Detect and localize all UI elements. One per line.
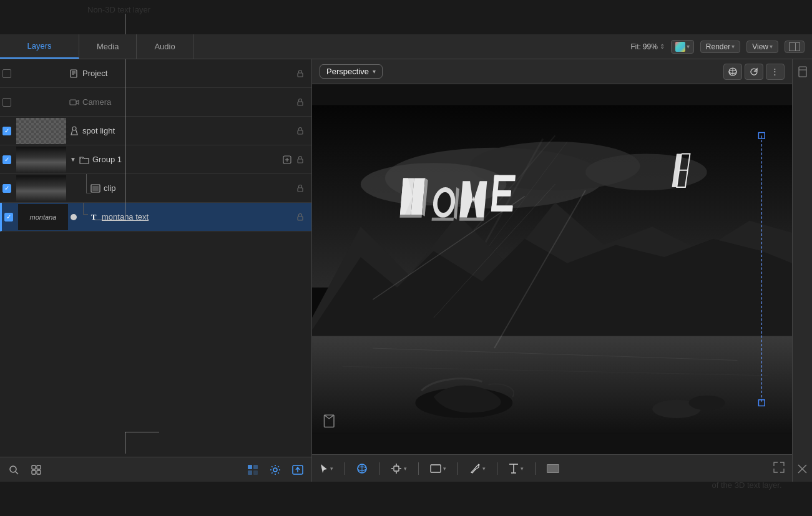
svg-rect-5 xyxy=(70,100,76,105)
pen-chevron: ▾ xyxy=(482,465,486,472)
settings-icon-btn[interactable] xyxy=(267,461,284,479)
layer-checkbox-clip[interactable] xyxy=(0,184,14,193)
svg-rect-21 xyxy=(248,465,252,469)
orbit-tool[interactable] xyxy=(356,463,368,474)
pen-tool[interactable]: ▾ xyxy=(469,463,486,474)
sep5 xyxy=(497,462,497,475)
layer-row-clip[interactable]: clip xyxy=(0,174,311,203)
export-icon-btn[interactable] xyxy=(289,461,306,479)
select-tool[interactable]: ▾ xyxy=(320,464,333,474)
layer-name-clip: clip xyxy=(101,183,294,193)
layer-thumbnail-clip xyxy=(16,175,66,202)
svg-line-16 xyxy=(16,472,18,474)
layer-checkbox-spotlight[interactable] xyxy=(0,127,14,135)
canvas-area xyxy=(312,84,792,454)
tab-media[interactable]: Media xyxy=(79,34,137,59)
layout-selector-btn[interactable] xyxy=(785,41,805,53)
layer-row-montana[interactable]: montana T montana text xyxy=(0,203,311,231)
svg-rect-18 xyxy=(37,465,41,469)
text-chevron: ▾ xyxy=(521,465,524,472)
layer-icon-montana: T xyxy=(88,212,99,222)
lock-icon-montana xyxy=(294,213,306,221)
fit-control[interactable]: Fit: 99% ⇕ xyxy=(630,42,665,51)
checkbox-camera[interactable] xyxy=(2,98,11,107)
layout-icon xyxy=(789,42,800,51)
shape-tool[interactable]: ▾ xyxy=(430,464,446,473)
landscape-thumb xyxy=(16,147,66,173)
svg-rect-24 xyxy=(253,470,258,475)
svg-rect-17 xyxy=(32,465,36,469)
expand-tool[interactable] xyxy=(773,462,785,475)
edge-btn-top[interactable] xyxy=(795,64,810,79)
group-icons xyxy=(283,155,291,164)
svg-point-25 xyxy=(273,468,277,472)
layer-checkbox-camera[interactable] xyxy=(0,98,14,107)
main-layout: Project xyxy=(0,59,812,482)
view-btn[interactable]: View ▾ xyxy=(746,41,778,53)
edge-btn-bottom[interactable] xyxy=(795,462,810,477)
render-btn[interactable]: Render ▾ xyxy=(700,41,740,53)
checkbox-project[interactable] xyxy=(2,69,11,78)
perspective-button[interactable]: Perspective ▾ xyxy=(320,64,383,79)
layer-checkbox-group1[interactable] xyxy=(0,155,14,164)
layer-thumbnail-montana: montana xyxy=(18,204,68,230)
lock-icon-spotlight xyxy=(294,127,306,135)
pan-chevron: ▾ xyxy=(404,465,407,472)
layer-icon-spotlight xyxy=(69,126,80,136)
top-bar: Layers Media Audio Fit: 99% ⇕ ▾ Render ▾… xyxy=(0,34,812,59)
layer-row-group1[interactable]: ▼ Group 1 xyxy=(0,145,311,174)
color-tool[interactable] xyxy=(547,464,559,473)
layer-icon-clip xyxy=(90,184,101,193)
more-dots: ⋮ xyxy=(771,67,780,76)
layer-checkbox-montana[interactable] xyxy=(2,213,16,221)
select-chevron: ▾ xyxy=(330,465,333,472)
annotation-line-3d-h xyxy=(125,432,159,432)
svg-rect-20 xyxy=(37,470,41,474)
lock-icon-camera xyxy=(294,98,306,106)
svg-rect-85 xyxy=(799,67,806,77)
layer-row-spotlight[interactable]: spot light xyxy=(0,117,311,145)
svg-rect-23 xyxy=(248,470,252,475)
checker-pattern xyxy=(16,118,66,144)
layer-icon-project xyxy=(69,69,80,78)
checkbox-clip[interactable] xyxy=(2,184,11,193)
expand-arrow-group1[interactable]: ▼ xyxy=(69,155,77,164)
svg-rect-70 xyxy=(492,190,511,197)
svg-point-58 xyxy=(689,396,725,410)
canvas-svg xyxy=(312,84,792,454)
layer-icon-camera xyxy=(69,99,80,106)
checkbox-group1[interactable] xyxy=(2,155,11,164)
sep2 xyxy=(379,462,379,475)
canvas-icon-3[interactable]: ⋮ xyxy=(766,64,785,80)
svg-rect-83 xyxy=(431,465,441,472)
search-icon-btn[interactable] xyxy=(5,461,22,479)
svg-marker-61 xyxy=(399,215,421,218)
pan-tool[interactable]: ▾ xyxy=(391,463,407,474)
checkbox-montana[interactable] xyxy=(4,213,13,221)
non3d-annotation: Non-3D text layer xyxy=(87,5,150,14)
tab-layers[interactable]: Layers xyxy=(0,34,79,59)
sep3 xyxy=(418,462,419,475)
canvas-toolbar: Perspective ▾ xyxy=(312,59,792,84)
left-bottom-toolbar xyxy=(0,457,311,482)
layer-thumbnail-spotlight xyxy=(16,118,66,144)
color-picker-btn[interactable]: ▾ xyxy=(671,40,694,54)
tab-audio[interactable]: Audio xyxy=(137,34,193,59)
layout-icon-btn[interactable] xyxy=(27,461,45,479)
checkbox-spotlight[interactable] xyxy=(2,127,11,135)
canvas-icon-1[interactable] xyxy=(723,64,742,80)
layer-row-project[interactable]: Project xyxy=(0,59,311,88)
layer-checkbox-project[interactable] xyxy=(0,69,14,78)
text-tool[interactable]: ▾ xyxy=(509,463,524,474)
canvas-icon-2[interactable] xyxy=(745,64,763,80)
svg-rect-53 xyxy=(312,336,792,434)
left-bottom-right xyxy=(244,461,306,479)
layer-name-group1: Group 1 xyxy=(90,155,283,164)
layer-thumbnail-group1 xyxy=(16,147,66,173)
layers-list: Project xyxy=(0,59,311,457)
grid-icon-btn[interactable] xyxy=(244,461,262,479)
layer-icon-group1 xyxy=(79,155,90,164)
layer-row-camera[interactable]: Camera xyxy=(0,88,311,117)
canvas-toolbar-right: ⋮ xyxy=(723,64,785,80)
landscape-thumb-clip xyxy=(16,175,66,202)
